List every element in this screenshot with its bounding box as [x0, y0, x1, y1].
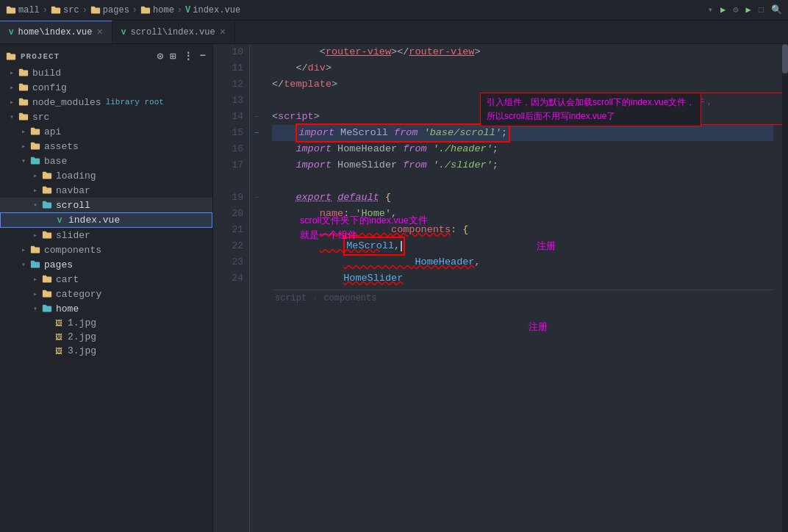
- folder-icon-category: [41, 288, 53, 300]
- tree-item-assets[interactable]: assets: [0, 139, 212, 154]
- breadcrumb-bar: mall › src › pages › home › V index.vue …: [0, 0, 788, 21]
- code-line-10: <router-view></router-view>: [272, 44, 773, 60]
- code-line-21: components : {: [272, 222, 773, 238]
- folder-icon-config: [18, 82, 29, 93]
- tree-item-3jpg[interactable]: 🖼 3.jpg: [0, 344, 212, 358]
- arrow-slider: [29, 231, 41, 240]
- folder-icon-node-modules: [18, 96, 29, 108]
- run-icon[interactable]: ▶: [720, 4, 726, 15]
- folder-icon-loading: [41, 170, 53, 181]
- label-src: src: [32, 112, 49, 123]
- line-numbers: 10 11 12 13 14 15 16 17 18 19 20 21 22 2…: [213, 44, 250, 532]
- folder-icon-src: [18, 111, 29, 123]
- tree-item-slider[interactable]: slider: [0, 228, 212, 242]
- arrow-node-modules: [6, 98, 18, 107]
- tree-item-components[interactable]: components: [0, 242, 212, 257]
- fold-19[interactable]: −: [250, 190, 263, 206]
- line-gutter: − − −: [250, 44, 263, 532]
- tree-item-node-modules[interactable]: node_modules library root: [0, 95, 212, 109]
- arrow-home: [29, 304, 41, 313]
- code-area: 10 11 12 13 14 15 16 17 18 19 20 21 22 2…: [213, 44, 788, 532]
- label-3jpg: 3.jpg: [68, 345, 96, 356]
- label-2jpg: 2.jpg: [68, 331, 96, 342]
- code-line-17: import HomeSlider from './slider' ;: [272, 157, 773, 173]
- arrow-api: [18, 127, 29, 136]
- folder-icon-api: [29, 126, 41, 137]
- tree-item-base[interactable]: base: [0, 154, 212, 168]
- bc-pages: pages: [103, 5, 129, 15]
- code-line-18: [272, 173, 773, 190]
- label-scroll: scroll: [56, 200, 90, 211]
- bottom-label: script › components: [272, 290, 773, 306]
- close-tab-1[interactable]: ×: [96, 27, 102, 37]
- editor: 10 11 12 13 14 15 16 17 18 19 20 21 22 2…: [213, 44, 788, 532]
- dropdown-icon[interactable]: ▾: [708, 4, 713, 15]
- tree-item-cart[interactable]: cart: [0, 272, 212, 287]
- code-line-23: HomeHeader ,: [272, 254, 773, 270]
- folder-icon-pages: [29, 259, 41, 270]
- tree-item-loading[interactable]: loading: [0, 168, 212, 183]
- search-icon[interactable]: 🔍: [771, 4, 782, 15]
- tree-item-1jpg[interactable]: 🖼 1.jpg: [0, 316, 212, 330]
- code-line-16: import HomeHeader from './header' ;: [272, 141, 773, 157]
- close-tab-2[interactable]: ×: [220, 27, 226, 37]
- tree-item-navbar[interactable]: navbar: [0, 183, 212, 198]
- bc-mall: mall: [18, 5, 40, 15]
- run2-icon[interactable]: ▶: [746, 4, 751, 15]
- label-home: home: [56, 303, 79, 314]
- arrow-category: [29, 290, 41, 298]
- code-line-19: export default {: [272, 190, 773, 206]
- label-cart: cart: [56, 274, 79, 285]
- sidebar: Project ⊙ ⊞ ⋮ − build con: [0, 44, 213, 532]
- square-icon[interactable]: □: [759, 5, 764, 15]
- label-pages: pages: [44, 259, 73, 270]
- folder-icon-base: [29, 155, 41, 167]
- sidebar-icon-2[interactable]: ⊞: [170, 50, 176, 62]
- tree-item-index-vue[interactable]: V index.vue: [0, 212, 212, 228]
- arrow-cart: [29, 275, 41, 284]
- folder-icon-scroll: [41, 199, 53, 211]
- tree-item-build[interactable]: build: [0, 65, 212, 80]
- bc-src: src: [63, 5, 79, 15]
- tree-item-2jpg[interactable]: 🖼 2.jpg: [0, 330, 212, 344]
- tree-item-home[interactable]: home: [0, 301, 212, 316]
- tree-item-scroll[interactable]: scroll: [0, 198, 212, 212]
- arrow-src: [6, 112, 18, 121]
- sidebar-icon-4[interactable]: −: [200, 50, 207, 62]
- tree-item-api[interactable]: api: [0, 124, 212, 139]
- tab-bar: V home\index.vue × V scroll\index.vue ×: [0, 21, 788, 44]
- img-file-icon-2: 🖼: [53, 332, 65, 342]
- tree-item-src[interactable]: src: [0, 109, 212, 124]
- scrollbar-thumb[interactable]: [782, 44, 788, 73]
- settings-icon[interactable]: ⚙: [733, 4, 738, 15]
- label-category: category: [56, 289, 101, 300]
- tab-scroll-index[interactable]: V scroll\index.vue ×: [112, 21, 235, 43]
- bc-file: index.vue: [193, 5, 240, 15]
- folder-icon-navbar: [41, 184, 53, 196]
- arrow-pages: [18, 260, 29, 269]
- tree-item-category[interactable]: category: [0, 287, 212, 301]
- img-file-icon-1: 🖼: [53, 318, 65, 328]
- fold-14[interactable]: −: [250, 109, 263, 125]
- arrow-assets: [18, 142, 29, 151]
- label-loading: loading: [56, 170, 96, 181]
- annotation-register: 注册: [537, 238, 556, 254]
- label-config: config: [32, 82, 67, 93]
- main-layout: Project ⊙ ⊞ ⋮ − build con: [0, 44, 788, 532]
- tab-home-index[interactable]: V home\index.vue ×: [0, 21, 112, 43]
- label-api: api: [44, 126, 61, 137]
- code-line-15: import MeScroll from 'base/scroll' ;: [272, 125, 773, 141]
- annotation-register-box: 注册: [524, 319, 552, 335]
- img-file-icon-3: 🖼: [53, 346, 65, 356]
- folder-icon-cart: [41, 273, 53, 285]
- sidebar-icon-3[interactable]: ⋮: [183, 50, 194, 62]
- tree-item-pages[interactable]: pages: [0, 257, 212, 272]
- folder-icon-home: [41, 303, 53, 314]
- label-node-modules: node_modules: [32, 97, 101, 108]
- sidebar-icon-1[interactable]: ⊙: [157, 50, 164, 62]
- tree-item-config[interactable]: config: [0, 80, 212, 95]
- fold-15[interactable]: −: [250, 125, 263, 141]
- arrow-components: [18, 245, 29, 254]
- code-line-12: </template>: [272, 76, 773, 93]
- code-lines[interactable]: <router-view></router-view> </div> </tem…: [263, 44, 782, 532]
